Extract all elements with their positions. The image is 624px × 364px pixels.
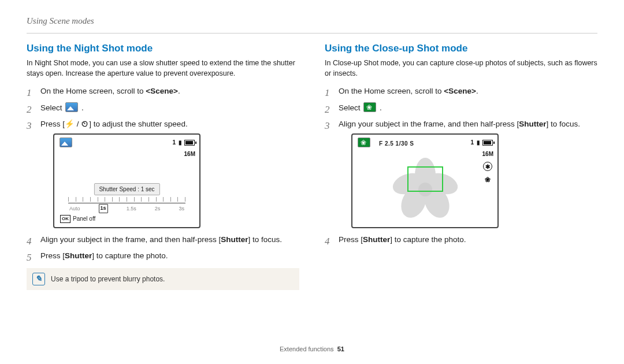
footer-label: Extended functions [280, 346, 334, 352]
breadcrumb: Using Scene modes [27, 16, 597, 26]
step-2: Select . [325, 102, 597, 114]
focus-rectangle [407, 166, 443, 192]
step1-bold: <Scene> [444, 87, 476, 95]
page-number: 51 [337, 346, 344, 352]
step-4: Press [Shutter] to capture the photo. [325, 234, 597, 246]
device-preview-night: 1 ▮ 16M Shutter Speed : 1 sec Au [53, 133, 200, 228]
ok-badge: OK [60, 215, 70, 223]
step-3: Press [⚡ / ⏲] to adjust the shutter spee… [27, 118, 299, 228]
step-4: Align your subject in the frame, and the… [27, 234, 299, 246]
step3-pre: Press [ [40, 120, 65, 128]
step5-pre: Press [ [40, 251, 65, 260]
step1-pre: On the Home screen, scroll to [40, 87, 146, 95]
timer-icon: ⏲ [81, 120, 89, 128]
step3-post: ] to focus. [546, 120, 580, 128]
step4-post: ] to capture the photo. [390, 235, 466, 244]
status-count: 1 [172, 138, 176, 147]
heading-closeup: Using the Close-up Shot mode [325, 43, 597, 54]
step3-mid: / [75, 120, 81, 128]
device-preview-closeup: F 2.5 1/30 S 1 ▮ 16M ✱ [351, 133, 499, 228]
image-stabilization-icon: ✱ [483, 162, 492, 171]
divider [27, 33, 597, 34]
step4-post: ] to focus. [248, 235, 282, 244]
step2-post: . [380, 103, 382, 112]
closeup-scene-icon [358, 138, 370, 147]
step2-pre: Select [339, 103, 362, 112]
step5-bold: Shutter [65, 251, 92, 260]
step3-bold: Shutter [519, 120, 546, 128]
scale-15s: 1.5s [127, 205, 136, 213]
sd-card-icon: ▮ [179, 138, 183, 147]
step2-pre: Select [40, 103, 64, 112]
step-5: Press [Shutter] to capture the photo. [27, 250, 299, 262]
scale-auto: Auto [69, 205, 80, 213]
step4-bold: Shutter [221, 235, 248, 244]
intro-closeup: In Close-up Shot mode, you can capture c… [325, 58, 597, 79]
shutter-speed-label: Shutter Speed : 1 sec [94, 183, 159, 195]
resolution-label: 16M [482, 150, 493, 158]
panel-off-label: Panel off [73, 214, 95, 223]
sd-card-icon: ▮ [477, 138, 481, 147]
step1-post: . [476, 87, 478, 95]
step-1: On the Home screen, scroll to <Scene>. [27, 86, 299, 97]
night-scene-icon [65, 102, 78, 112]
step4-pre: Press [ [339, 235, 363, 244]
scale-2s: 2s [155, 205, 161, 213]
step5-post: ] to capture the photo. [92, 251, 168, 260]
step-3: Align your subject in the frame, and the… [325, 118, 597, 228]
step1-pre: On the Home screen, scroll to [339, 87, 444, 95]
macro-icon [485, 174, 491, 185]
step-1: On the Home screen, scroll to <Scene>. [325, 86, 597, 97]
step2-post: . [81, 103, 84, 112]
tip-box: ✎ Use a tripod to prevent blurry photos. [27, 268, 299, 290]
step3-post: ] to adjust the shutter speed. [89, 120, 187, 128]
status-count: 1 [470, 138, 474, 147]
step3-pre: Align your subject in the frame, and the… [339, 120, 519, 128]
footer: Extended functions 51 [27, 340, 597, 352]
step-2: Select . [27, 102, 299, 114]
battery-icon [482, 140, 493, 146]
step4-bold: Shutter [363, 235, 390, 244]
left-column: Using the Night Shot mode In Night Shot … [27, 43, 299, 340]
battery-icon [184, 140, 195, 146]
tip-icon: ✎ [32, 273, 45, 285]
tip-text: Use a tripod to prevent blurry photos. [51, 275, 165, 283]
scale-1s: 1s [99, 204, 108, 213]
flash-icon: ⚡ [65, 120, 75, 128]
closeup-scene-icon [363, 102, 376, 112]
resolution-label: 16M [184, 150, 195, 158]
exposure-readout: F 2.5 1/30 S [379, 139, 414, 148]
night-scene-icon [60, 138, 72, 147]
right-column: Using the Close-up Shot mode In Close-up… [325, 43, 597, 340]
step1-bold: <Scene> [146, 87, 178, 95]
scale-3s: 3s [179, 205, 184, 213]
step4-pre: Align your subject in the frame, and the… [40, 235, 221, 244]
intro-night-shot: In Night Shot mode, you can use a slow s… [27, 58, 299, 79]
heading-night-shot: Using the Night Shot mode [27, 43, 299, 54]
step1-post: . [178, 87, 180, 95]
shutter-scale: Auto 1s 1.5s 2s 3s [68, 197, 185, 212]
